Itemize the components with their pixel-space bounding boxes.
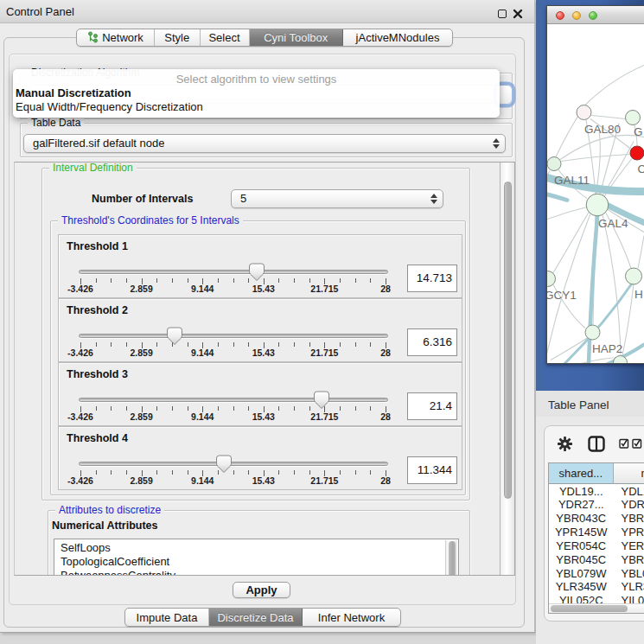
bottom-tab-infer-network[interactable]: Infer Network <box>303 609 400 626</box>
list-scrollbar[interactable] <box>445 540 457 575</box>
minor-tick <box>156 342 157 347</box>
algorithm-dropdown-popup: Select algorithm to view settingsManual … <box>13 69 500 118</box>
float-window-icon[interactable] <box>498 10 507 18</box>
tab-cyni-toolbox[interactable]: Cyni Toolbox <box>250 29 344 46</box>
tick-label: 15.43 <box>252 284 275 294</box>
network-node-gal11[interactable] <box>547 157 561 171</box>
minor-tick <box>370 342 371 347</box>
network-node-g[interactable] <box>625 111 640 125</box>
apply-button[interactable]: Apply <box>233 582 290 598</box>
cell-name: YBR0 <box>622 553 644 567</box>
network-edge[interactable] <box>547 207 587 224</box>
zoom-traffic-light[interactable] <box>589 11 597 20</box>
threshold-title: Threshold 4 <box>67 432 128 444</box>
table-row[interactable]: YBL079WYBL0 <box>549 567 644 581</box>
column-header-name[interactable]: n <box>614 463 644 484</box>
cell-name: YBL0 <box>622 567 644 581</box>
slider-thumb[interactable] <box>215 455 233 474</box>
gear-icon[interactable] <box>558 437 572 451</box>
network-edge[interactable] <box>561 155 630 162</box>
settings-scrollpane: Interval Definition Number of Intervals … <box>14 162 515 576</box>
slider-track[interactable] <box>79 398 388 402</box>
close-icon[interactable] <box>513 9 523 19</box>
table-row[interactable]: YDL19...YDL1 <box>549 485 644 499</box>
table-data-combobox[interactable]: galFiltered.sif default node <box>23 134 506 153</box>
minor-tick <box>340 342 341 347</box>
table-data-value: galFiltered.sif default node <box>24 137 164 150</box>
control-panel-titlebar[interactable]: Control Panel <box>0 0 534 23</box>
attribute-item-betweennesscentrality[interactable]: BetweennessCentrality <box>54 569 458 575</box>
popup-placeholder-item[interactable]: Select algorithm to view settings <box>13 73 500 86</box>
threshold-value-field[interactable]: 6.316 <box>407 328 457 356</box>
network-edge[interactable] <box>591 116 625 119</box>
minimize-traffic-light[interactable] <box>572 11 581 20</box>
network-node-c[interactable] <box>630 146 644 160</box>
minor-tick <box>111 342 112 347</box>
network-edge-highlighted[interactable] <box>547 192 567 201</box>
popup-item-equal-width-frequency-discretization[interactable]: Equal Width/Frequency Discretization <box>13 100 500 114</box>
table-row[interactable]: YBR043CYBR0 <box>549 512 644 526</box>
threshold-value-field[interactable]: 21.4 <box>407 392 457 420</box>
table-data-label: Table Data <box>28 117 84 130</box>
tab-jactivemnodules[interactable]: jActiveMNodules <box>343 29 452 46</box>
network-node-gcy1[interactable] <box>547 271 556 287</box>
bottom-tab-discretize-data[interactable]: Discretize Data <box>209 609 303 626</box>
tab-network[interactable]: Network <box>77 29 155 46</box>
network-node-gal4[interactable] <box>586 194 609 216</box>
slider-track[interactable] <box>79 462 388 466</box>
cell-name: YLR3 <box>622 580 644 594</box>
tab-style[interactable]: Style <box>155 29 201 46</box>
tick-label: 9.144 <box>191 284 214 294</box>
number-of-intervals-combobox[interactable]: 5 <box>231 189 443 208</box>
close-traffic-light[interactable] <box>556 11 564 20</box>
tick-label: -3.426 <box>67 475 93 486</box>
table-row[interactable]: YBR045CYBR0 <box>549 553 644 567</box>
table-row[interactable]: YDR27...YDR2 <box>549 498 644 512</box>
minor-tick <box>126 406 127 411</box>
table-hscrollbar-thumb[interactable] <box>551 605 628 612</box>
slider-thumb[interactable] <box>313 391 330 410</box>
cell-shared-name: YBR043C <box>549 512 614 526</box>
minor-tick <box>218 278 219 283</box>
minor-tick <box>294 406 295 411</box>
tick-label: 21.715 <box>310 411 338 422</box>
minor-tick <box>156 470 157 475</box>
tick-label: 2.859 <box>130 284 152 294</box>
network-canvas[interactable]: GAL80GCGAL11GAL4GCY1HHAP2 <box>547 24 644 363</box>
tab-select[interactable]: Select <box>201 29 250 46</box>
cell-name: YBR0 <box>622 512 644 526</box>
minor-tick <box>355 278 356 283</box>
attribute-item-topologicalcoefficient[interactable]: TopologicalCoefficient <box>54 555 458 569</box>
table-hscrollbar[interactable] <box>549 603 644 614</box>
network-edge[interactable] <box>551 338 588 360</box>
settings-scrollbar[interactable] <box>500 163 514 575</box>
slider-thumb[interactable] <box>166 327 183 346</box>
table-row[interactable]: YPR145WYPR1 <box>549 526 644 539</box>
network-edge[interactable] <box>585 66 644 105</box>
network-edge[interactable] <box>638 236 644 269</box>
network-edge[interactable] <box>553 213 589 273</box>
numerical-attributes-list[interactable]: SelfLoopsTopologicalCoefficientBetweenne… <box>54 539 459 575</box>
list-scrollbar-thumb[interactable] <box>449 541 456 575</box>
checkbox-icon[interactable] <box>619 438 629 449</box>
threshold-value-field[interactable]: 11.344 <box>407 456 457 484</box>
network-node-hap2[interactable] <box>585 325 600 340</box>
bottom-tab-impute-data[interactable]: Impute Data <box>125 609 209 626</box>
slider-thumb[interactable] <box>248 263 265 282</box>
network-node-h[interactable] <box>625 268 641 284</box>
threshold-value-field[interactable]: 14.713 <box>407 265 457 292</box>
popup-item-manual-discretization[interactable]: Manual Discretization <box>13 86 500 100</box>
network-node-gal80[interactable] <box>577 105 591 120</box>
settings-scrollbar-thumb[interactable] <box>504 182 512 499</box>
tick-label: 21.715 <box>310 475 338 486</box>
column-header-shared-name[interactable]: shared... <box>549 463 614 484</box>
table-row[interactable]: YLR345WYLR3 <box>549 580 644 594</box>
minor-tick <box>96 470 97 475</box>
slider-track[interactable] <box>79 334 388 338</box>
slider-track[interactable] <box>79 270 388 274</box>
table-row[interactable]: YER054CYER0 <box>549 539 644 553</box>
network-window-titlebar[interactable] <box>547 6 644 24</box>
checkbox-icon[interactable] <box>632 438 642 449</box>
split-table-icon[interactable] <box>588 436 605 452</box>
attribute-item-selfloops[interactable]: SelfLoops <box>54 541 458 555</box>
